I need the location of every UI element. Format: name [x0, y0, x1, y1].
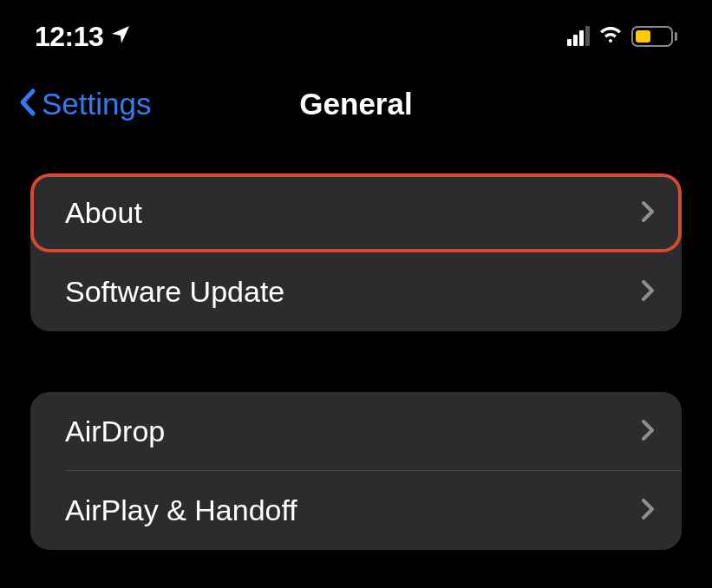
list-item-software-update[interactable]: Software Update [30, 252, 682, 331]
chevron-left-icon [17, 88, 38, 121]
back-label: Settings [42, 87, 151, 121]
chevron-right-icon [640, 279, 656, 305]
status-bar: 12:13 [0, 0, 712, 61]
status-time: 12:13 [35, 21, 103, 53]
battery-icon [631, 26, 677, 47]
status-right [567, 25, 677, 48]
page-title: General [299, 87, 412, 121]
navigation-bar: Settings General [0, 61, 712, 147]
list-item-label: AirDrop [65, 415, 165, 448]
chevron-right-icon [640, 200, 656, 226]
list-item-label: AirPlay & Handoff [65, 493, 297, 527]
chevron-right-icon [640, 498, 656, 524]
list-item-airdrop[interactable]: AirDrop [30, 392, 682, 471]
list-item-about[interactable]: About [30, 173, 682, 252]
chevron-right-icon [640, 419, 656, 445]
content: About Software Update AirDrop [0, 147, 712, 550]
list-item-label: About [65, 196, 142, 230]
status-left: 12:13 [35, 21, 131, 53]
cellular-signal-icon [567, 27, 590, 46]
back-button[interactable]: Settings [17, 87, 151, 121]
wifi-icon [598, 25, 623, 48]
list-group: About Software Update [30, 173, 682, 331]
list-item-label: Software Update [65, 275, 284, 309]
list-group: AirDrop AirPlay & Handoff [30, 392, 682, 550]
location-icon [110, 24, 131, 49]
list-item-airplay-handoff[interactable]: AirPlay & Handoff [30, 471, 682, 550]
